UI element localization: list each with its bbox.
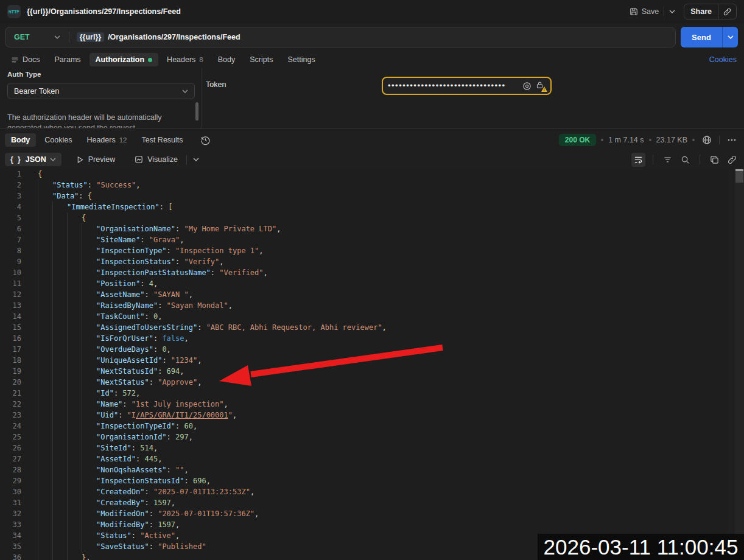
token-s: "ABC RBC, Abhi Requestor, Abhi reviewer" [206,323,382,332]
tab-authorization[interactable]: Authorization [89,53,159,66]
auth-help-text: The authorization header will be automat… [7,113,195,128]
response-tab-body[interactable]: Body [5,133,36,147]
auth-type-value: Bearer Token [14,87,59,96]
copy-link-icon[interactable] [718,8,736,16]
response-body-json[interactable]: 1{2"Status": "Success",3"Data": {4"Immed… [0,169,728,560]
line-content: "AssignedToUsersString": "ABC RBC, Abhi … [29,322,387,333]
response-view-actions [631,153,739,167]
send-options-chevron[interactable] [722,27,738,47]
token-p: : [175,225,184,233]
indent-guide [38,443,52,453]
line-number: 11 [0,278,29,289]
auth-type-select[interactable]: Bearer Token [7,83,195,99]
token-input[interactable]: •••••••••••••••••••••••••••••••• [382,77,552,95]
tab-params[interactable]: Params [48,53,86,66]
show-token-eye-icon[interactable] [522,82,532,91]
indent-guide [82,223,96,234]
indent-guide [82,366,96,377]
indent-guide [82,377,96,388]
indent-guide [82,508,96,519]
response-history-icon[interactable] [198,133,213,148]
tab-label: Body [218,55,236,64]
line-content: "OverdueDays": 0, [29,344,171,355]
network-globe-icon[interactable] [700,133,714,147]
indent-guide [82,399,96,410]
response-tab-headers[interactable]: Headers12 [80,133,133,147]
token-n: 1597 [158,520,175,529]
send-button[interactable]: Send [681,33,722,42]
visualize-label: Visualize [147,155,178,164]
response-tab-test-results[interactable]: Test Results [135,133,189,147]
line-number: 21 [0,388,29,399]
copy-response-icon[interactable] [707,153,721,167]
code-line: 33"ModifiedBy": 1597, [0,519,728,530]
authorization-panel: Auth Type Bearer Token The authorization… [0,68,744,128]
code-line: 22"Name": "1st July inspection", [0,399,728,410]
link-response-icon[interactable] [725,153,739,167]
token-p: , [171,499,175,507]
code-line: 21"Id": 572, [0,388,728,399]
token-k: "NextStatusId" [96,367,158,376]
line-content: "SaveStatus": "Published" [29,541,206,552]
response-size[interactable]: 23.17 KB [656,136,687,144]
tab-docs[interactable]: Docs [5,53,46,66]
url-variable-chip[interactable]: {{url}} [77,32,104,42]
visualize-options-chevron[interactable] [191,155,202,164]
save-options-chevron[interactable] [664,7,680,16]
tab-settings[interactable]: Settings [281,53,321,66]
code-line: 17"OverdueDays": 0, [0,344,728,355]
response-tab-cookies[interactable]: Cookies [38,133,78,147]
save-button[interactable]: Save [625,5,664,18]
line-content: "NextStatusId": 694, [29,366,184,377]
indent-guide [52,256,67,267]
tab-label: Headers [86,136,115,144]
token-k: "SiteName" [96,236,140,244]
response-scrollbar[interactable] [735,169,744,560]
share-button[interactable]: Share [684,4,718,19]
indent-guide [38,519,52,530]
token-p: , [224,400,228,408]
status-code-badge[interactable]: 200 OK [559,134,596,146]
auth-panel-scrollbar[interactable] [195,102,198,121]
method-label: GET [14,33,30,41]
line-number: 22 [0,399,29,410]
token-s: "1234" [171,356,197,365]
request-url-bar: GET {{url}} /Organisations/297/Inspectio… [5,27,676,47]
response-time[interactable]: 1 m 7.14 s [608,136,644,144]
filter-icon[interactable] [661,153,675,167]
search-icon[interactable] [678,153,692,167]
line-number: 23 [0,410,29,421]
response-format-select[interactable]: { } JSON [5,153,61,166]
line-content: "Status": "Success", [29,180,141,191]
tab-body[interactable]: Body [212,53,242,66]
tab-label: Body [11,136,30,144]
token-s: "Inspection type 1" [175,247,259,255]
method-selector[interactable]: GET [5,33,69,41]
toolbar-divider [186,155,187,164]
indent-guide [67,519,82,530]
url-input[interactable]: {{url}} /Organisations/297/Inspections/F… [69,32,675,42]
line-number: 6 [0,223,29,234]
token-n: 1597 [153,499,171,507]
visualize-button[interactable]: Visualize [130,153,183,166]
preview-button[interactable]: Preview [71,153,120,166]
tab-scripts[interactable]: Scripts [244,53,279,66]
token-p: , [153,444,158,452]
tab-count-badge: 8 [199,56,203,63]
indent-guide [67,552,82,560]
secret-lock-icon[interactable] [536,81,546,91]
line-number: 32 [0,508,29,519]
cookies-link[interactable]: Cookies [709,55,739,64]
response-more-options-icon[interactable] [725,133,739,147]
token-p: , [184,334,189,343]
indent-guide [82,267,96,278]
tab-headers[interactable]: Headers8 [161,53,209,66]
code-line: 12"AssetName": "SAYAN ", [0,289,728,300]
code-line: 10"InspectionPastStatusName": "Verified"… [0,267,728,278]
meta-divider [719,136,720,144]
indent-guide [67,322,82,333]
indent-guide [52,234,67,245]
wrap-text-icon[interactable] [631,153,645,167]
response-scrollbar-thumb[interactable] [735,169,743,183]
indent-guide [82,410,96,421]
